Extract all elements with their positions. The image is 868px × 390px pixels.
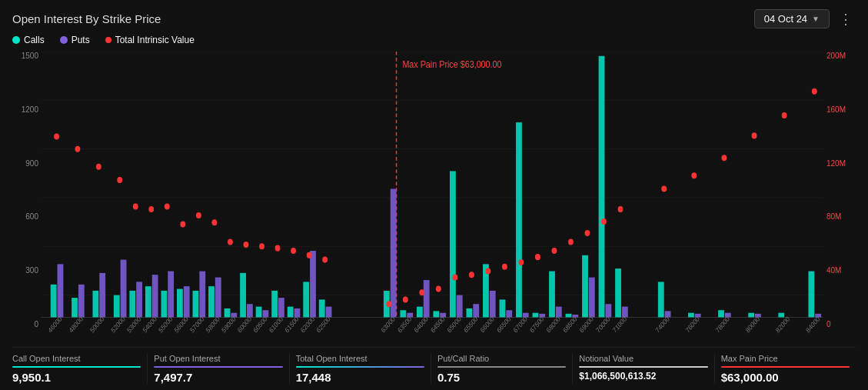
- svg-rect-24: [184, 286, 190, 317]
- svg-point-97: [275, 245, 281, 252]
- svg-point-117: [691, 172, 697, 178]
- svg-point-113: [585, 230, 590, 236]
- date-label: 04 Oct 24: [764, 13, 807, 25]
- svg-rect-44: [391, 188, 397, 317]
- svg-rect-59: [516, 122, 522, 317]
- legend-puts: Puts: [60, 35, 90, 45]
- svg-rect-28: [215, 278, 221, 318]
- svg-rect-51: [450, 171, 456, 317]
- svg-point-104: [436, 286, 441, 292]
- pc-ratio-value: 0.75: [437, 371, 566, 384]
- svg-rect-82: [808, 272, 814, 318]
- stat-pc-ratio: Put/Call Ratio 0.75: [431, 354, 573, 384]
- puts-legend-dot: [60, 36, 68, 44]
- svg-point-110: [535, 254, 540, 260]
- svg-point-121: [812, 88, 817, 95]
- svg-rect-73: [658, 282, 664, 317]
- svg-point-89: [148, 206, 154, 212]
- bar-chart: Max Pain Price $63,000.00: [42, 52, 823, 344]
- svg-point-108: [502, 264, 507, 270]
- svg-rect-29: [224, 308, 231, 318]
- chart-inner: Max Pain Price $63,000.00: [42, 52, 823, 344]
- svg-point-109: [518, 259, 524, 265]
- svg-rect-57: [500, 299, 506, 317]
- svg-rect-49: [433, 311, 439, 317]
- svg-point-85: [75, 146, 81, 152]
- svg-rect-33: [256, 307, 262, 318]
- svg-rect-71: [615, 268, 621, 317]
- svg-rect-27: [208, 286, 215, 317]
- chart-title: Open Interest By Strike Price: [12, 12, 161, 25]
- call-oi-value: 9,950.1: [12, 371, 141, 384]
- svg-point-88: [133, 203, 138, 209]
- svg-point-96: [259, 243, 264, 249]
- call-oi-underline: [12, 366, 141, 368]
- tiv-legend-label: Total Intrinsic Value: [115, 35, 195, 45]
- svg-point-101: [386, 301, 391, 307]
- svg-rect-18: [136, 282, 142, 317]
- svg-rect-14: [99, 273, 105, 318]
- svg-rect-37: [288, 307, 294, 318]
- svg-rect-36: [278, 298, 284, 317]
- total-oi-label: Total Open Interest: [296, 354, 424, 363]
- svg-point-86: [96, 164, 101, 170]
- svg-rect-25: [193, 291, 199, 318]
- svg-point-93: [211, 219, 217, 225]
- svg-rect-31: [240, 273, 246, 318]
- put-oi-underline: [154, 366, 282, 368]
- svg-rect-13: [92, 291, 98, 318]
- pc-ratio-underline: [437, 366, 566, 368]
- put-oi-value: 7,497.7: [154, 371, 282, 384]
- chart-area: 1500 1200 900 600 300 0 Max Pain Price $…: [12, 52, 856, 344]
- svg-rect-9: [51, 285, 57, 318]
- svg-rect-69: [599, 56, 605, 318]
- svg-rect-19: [145, 286, 151, 317]
- svg-rect-40: [310, 251, 316, 317]
- svg-point-118: [721, 155, 727, 161]
- svg-point-112: [568, 239, 574, 245]
- svg-point-90: [165, 203, 170, 209]
- svg-point-84: [54, 134, 59, 140]
- calls-legend-label: Calls: [24, 35, 45, 45]
- svg-point-92: [196, 212, 201, 218]
- max-pain-label: Max Pain Price: [721, 354, 850, 363]
- svg-point-120: [782, 112, 787, 118]
- stat-max-pain: Max Pain Price $63,000.00: [715, 354, 856, 384]
- svg-point-105: [452, 275, 457, 281]
- svg-rect-77: [718, 310, 724, 317]
- svg-rect-12: [78, 285, 85, 318]
- header-controls: 04 Oct 24 ▼ ⋮: [754, 9, 856, 28]
- pc-ratio-label: Put/Call Ratio: [437, 354, 566, 363]
- bottom-stats: Call Open Interest 9,950.1 Put Open Inte…: [12, 347, 856, 384]
- stat-total-oi: Total Open Interest 17,448: [290, 354, 431, 384]
- svg-point-94: [228, 239, 233, 245]
- svg-point-102: [403, 296, 408, 302]
- main-container: Open Interest By Strike Price 04 Oct 24 …: [0, 0, 868, 390]
- stat-notional: Notional Value $1,066,500,613.52: [573, 354, 714, 384]
- svg-point-95: [244, 242, 249, 248]
- svg-point-115: [618, 206, 624, 212]
- svg-rect-22: [168, 272, 174, 318]
- max-pain-underline: [721, 366, 850, 368]
- svg-rect-11: [72, 298, 78, 317]
- date-selector[interactable]: 04 Oct 24 ▼: [754, 9, 830, 28]
- svg-rect-21: [161, 291, 167, 318]
- svg-point-100: [322, 257, 328, 263]
- more-options-button[interactable]: ⋮: [836, 11, 856, 28]
- svg-rect-20: [152, 275, 158, 317]
- svg-rect-23: [177, 289, 183, 318]
- svg-rect-56: [490, 291, 496, 318]
- svg-rect-35: [271, 291, 278, 318]
- chart-legend: Calls Puts Total Intrinsic Value: [12, 35, 856, 45]
- stat-put-oi: Put Open Interest 7,497.7: [148, 354, 289, 384]
- notional-label: Notional Value: [579, 354, 707, 363]
- svg-point-103: [419, 289, 424, 295]
- y-axis-left: 1500 1200 900 600 300 0: [12, 52, 42, 344]
- svg-point-119: [752, 132, 757, 138]
- stat-call-oi: Call Open Interest 9,950.1: [12, 354, 148, 384]
- put-oi-label: Put Open Interest: [154, 354, 282, 363]
- svg-rect-10: [58, 264, 64, 317]
- total-oi-underline: [296, 366, 424, 368]
- tiv-legend-dot: [105, 37, 111, 43]
- y-axis-right: 200M 160M 120M 80M 40M 0: [823, 52, 856, 344]
